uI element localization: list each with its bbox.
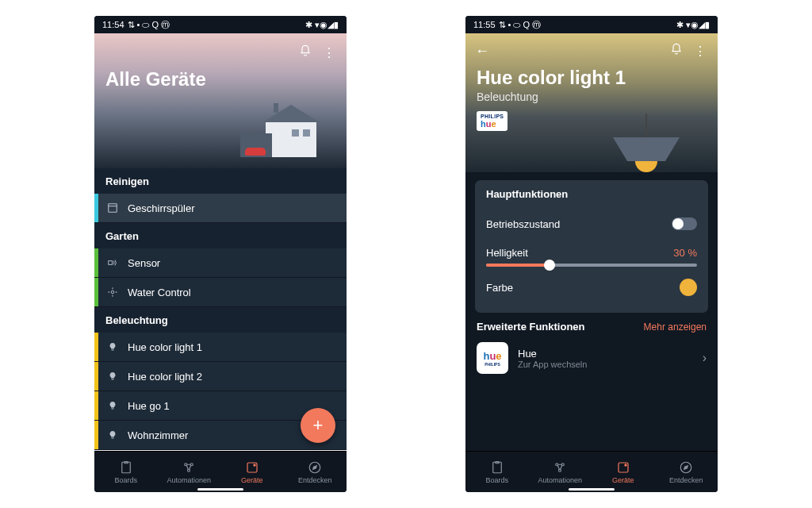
- svg-point-3: [111, 291, 114, 294]
- brand-badge: PHILIPS hue: [477, 111, 508, 131]
- app-link-row[interactable]: hue PHILIPS Hue Zur App wechseln ›: [477, 339, 707, 377]
- list-item-label: Hue go 1: [128, 400, 170, 412]
- tab-devices[interactable]: Geräte: [220, 452, 284, 492]
- color-swatch: [680, 279, 697, 296]
- svg-point-20: [562, 463, 565, 465]
- svg-point-23: [625, 464, 626, 465]
- status-bar: 11:55⇅ • ⬭ Q ⓜ ✱ ▾◉◢▮: [465, 16, 718, 33]
- tab-boards[interactable]: Boards: [465, 452, 529, 492]
- overflow-icon[interactable]: ⋮: [323, 45, 335, 60]
- back-button[interactable]: ←: [475, 43, 489, 60]
- color-label: Farbe: [486, 282, 513, 294]
- bulb-icon: [105, 429, 120, 441]
- bottom-nav: Boards Automationen Geräte Entdecken: [94, 451, 347, 492]
- svg-point-14: [254, 464, 255, 465]
- status-time: 11:54: [102, 20, 124, 29]
- list-item[interactable]: Geschirrspüler: [94, 194, 347, 222]
- tab-discover[interactable]: Entdecken: [655, 452, 718, 492]
- house-illustration: [240, 102, 316, 157]
- bell-icon[interactable]: [670, 43, 683, 59]
- phone-devices-list: 11:54⇅ • ⬭ Q ⓜ ✱ ▾◉◢▮ ⋮ Alle Geräte Rein…: [94, 16, 347, 492]
- panel-title: Hauptfunktionen: [486, 188, 697, 200]
- list-item[interactable]: Sensor: [94, 248, 347, 277]
- section-header: Garten: [94, 223, 347, 248]
- row-brightness: Helligkeit 30 %: [486, 238, 697, 267]
- list-item[interactable]: Hue color light 1: [94, 333, 347, 361]
- svg-point-19: [556, 463, 558, 465]
- brightness-value: 30 %: [673, 247, 697, 259]
- svg-point-11: [191, 463, 193, 465]
- state-toggle[interactable]: [672, 217, 697, 230]
- page-title: Hue color light 1: [477, 67, 707, 89]
- tab-label: Automationen: [167, 476, 211, 484]
- section-header: Reinigen: [94, 168, 347, 194]
- header-detail: ← ⋮ Hue color light 1 Beleuchtung PHILIP…: [465, 33, 718, 172]
- extended-title: Erweiterte Funktionen: [477, 321, 585, 333]
- tab-label: Geräte: [612, 476, 634, 484]
- tab-boards[interactable]: Boards: [94, 452, 158, 492]
- svg-point-12: [188, 469, 190, 471]
- list-item-label: Wohnzimmer: [128, 429, 188, 441]
- svg-marker-25: [684, 465, 688, 469]
- tab-label: Boards: [114, 476, 137, 484]
- tab-devices[interactable]: Geräte: [592, 452, 655, 492]
- bell-icon[interactable]: [299, 44, 312, 60]
- tab-label: Entdecken: [669, 476, 703, 484]
- tab-discover[interactable]: Entdecken: [284, 452, 347, 492]
- row-state: Betriebszustand: [486, 210, 697, 238]
- chevron-right-icon: ›: [703, 351, 707, 365]
- list-item-label: Geschirrspüler: [128, 202, 195, 214]
- tab-automations[interactable]: Automationen: [529, 452, 592, 492]
- main-functions-panel: Hauptfunktionen Betriebszustand Helligke…: [475, 180, 708, 313]
- bottom-nav: Boards Automationen Geräte Entdecken: [465, 451, 718, 492]
- overflow-icon[interactable]: ⋮: [694, 44, 707, 59]
- page-subtitle: Beleuchtung: [477, 90, 707, 103]
- status-bar: 11:54⇅ • ⬭ Q ⓜ ✱ ▾◉◢▮: [94, 16, 347, 33]
- list-item-label: Sensor: [128, 257, 160, 269]
- status-right-icons: ✱ ▾◉◢▮: [676, 20, 710, 30]
- water-icon: [105, 287, 120, 298]
- hue-app-icon: hue PHILIPS: [477, 342, 508, 374]
- page-title: Alle Geräte: [105, 68, 335, 90]
- app-sub: Zur App wechseln: [518, 360, 587, 369]
- svg-point-21: [559, 469, 561, 471]
- svg-rect-0: [109, 204, 117, 213]
- list-item-label: Water Control: [128, 287, 191, 298]
- svg-rect-2: [109, 261, 113, 265]
- section-header: Beleuchtung: [94, 307, 347, 333]
- list-item[interactable]: Water Control: [94, 278, 347, 306]
- bulb-icon: [105, 371, 120, 382]
- state-label: Betriebszustand: [486, 218, 560, 230]
- tab-label: Geräte: [241, 476, 263, 484]
- svg-marker-16: [313, 465, 317, 469]
- status-time: 11:55: [473, 20, 496, 29]
- tab-automations[interactable]: Automationen: [158, 452, 221, 492]
- home-indicator: [197, 488, 243, 491]
- lamp-illustration: [613, 137, 680, 172]
- tab-label: Automationen: [538, 476, 582, 484]
- app-name: Hue: [518, 348, 587, 360]
- detail-body: Hauptfunktionen Betriebszustand Helligke…: [465, 172, 718, 451]
- extended-functions-row: Erweiterte Funktionen Mehr anzeigen: [477, 321, 707, 333]
- dishwasher-icon: [105, 202, 120, 214]
- tab-label: Boards: [485, 476, 508, 484]
- brightness-slider[interactable]: [486, 264, 697, 267]
- list-item-label: Hue color light 1: [128, 341, 202, 353]
- status-left-icons: ⇅ • ⬭ Q ⓜ: [499, 19, 542, 31]
- status-left-icons: ⇅ • ⬭ Q ⓜ: [128, 19, 170, 31]
- show-more-link[interactable]: Mehr anzeigen: [644, 321, 707, 333]
- brand-top: PHILIPS: [481, 114, 504, 119]
- sensor-icon: [105, 257, 120, 268]
- row-color[interactable]: Farbe: [486, 273, 697, 302]
- tab-label: Entdecken: [298, 476, 332, 484]
- list-item-label: Hue color light 2: [128, 371, 202, 383]
- home-indicator: [569, 488, 615, 491]
- svg-point-10: [185, 463, 187, 465]
- brightness-label: Helligkeit: [486, 247, 528, 259]
- list-item[interactable]: Hue color light 2: [94, 362, 347, 391]
- bulb-icon: [105, 341, 120, 352]
- bulb-icon: [105, 400, 120, 411]
- device-list[interactable]: Reinigen Geschirrspüler Garten Sensor Wa…: [94, 168, 347, 451]
- status-right-icons: ✱ ▾◉◢▮: [305, 20, 339, 30]
- add-device-button[interactable]: +: [301, 408, 335, 443]
